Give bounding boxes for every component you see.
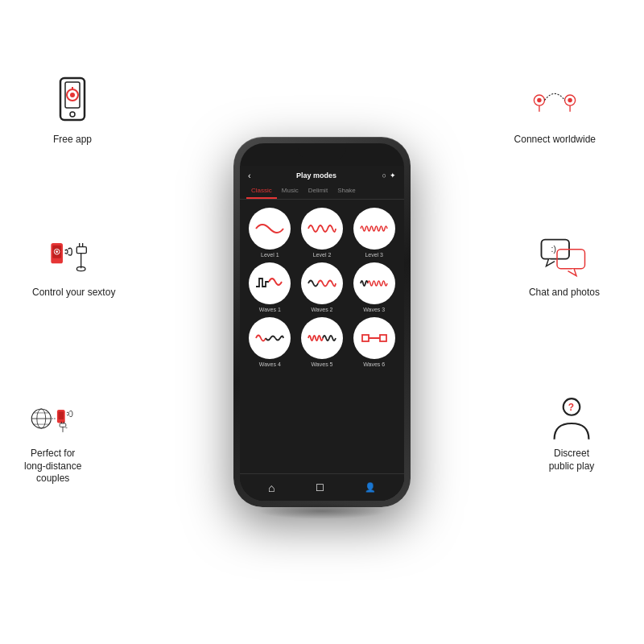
feature-control: Control your sextoy (32, 233, 115, 299)
worldwide-icon (530, 80, 579, 129)
phone-shadow (258, 503, 386, 519)
feature-discreet: ? Discreet public play (547, 394, 596, 473)
mode-circle-waves2 (301, 262, 343, 304)
tab-delimit[interactable]: Delimit (303, 184, 332, 199)
svg-point-31 (568, 98, 572, 102)
profile-nav-icon[interactable]: 👤 (365, 482, 376, 493)
header-icons: ○ ✦ (382, 171, 396, 180)
phone-inner: ‹ Play modes ○ ✦ Classic Music Delimit S… (240, 143, 404, 501)
bluetooth-icon: ✦ (390, 171, 396, 180)
feature-free-app: Free app (48, 80, 97, 147)
svg-rect-24 (362, 335, 369, 341)
mode-label-waves5: Waves 5 (312, 361, 333, 367)
screen-title: Play modes (251, 171, 382, 180)
mode-circle-waves1 (249, 262, 291, 304)
feature-chat: :) Chat and photos (529, 233, 600, 299)
home-nav-icon[interactable]: ⌂ (268, 481, 275, 494)
screen-header: ‹ Play modes ○ ✦ (240, 166, 404, 184)
svg-text::): :) (551, 244, 555, 254)
discreet-icon: ? (547, 394, 596, 443)
longdist-icon: ⌁ (29, 394, 77, 443)
svg-text:?: ? (568, 402, 574, 413)
free-app-icon (48, 80, 97, 129)
feature-longdist: ⌁ Perfect for long-distance couples (24, 394, 81, 485)
mode-waves6[interactable]: Waves 6 (350, 317, 398, 367)
mode-circle-waves6 (353, 317, 395, 359)
control-label: Control your sextoy (32, 287, 115, 299)
mode-circle-waves4 (249, 317, 291, 359)
mode-level3[interactable]: Level 3 (350, 208, 398, 258)
mode-circle-level3 (353, 208, 395, 250)
mode-circle-waves5 (301, 317, 343, 359)
mode-label-level3: Level 3 (365, 252, 383, 258)
mode-label-waves2: Waves 2 (312, 307, 333, 312)
mode-level1[interactable]: Level 1 (246, 208, 294, 258)
mode-level2[interactable]: Level 2 (299, 208, 346, 258)
tab-shake[interactable]: Shake (332, 184, 361, 199)
chat-nav-icon[interactable]: ☐ (316, 482, 324, 493)
phone-notch (298, 143, 346, 159)
svg-rect-0 (60, 78, 85, 120)
modes-grid: Level 1 Level 2 Level 3 (240, 204, 404, 370)
mode-label-level1: Level 1 (261, 252, 279, 258)
mode-waves2[interactable]: Waves 2 (299, 262, 346, 312)
chat-label: Chat and photos (529, 287, 600, 299)
svg-point-3 (70, 93, 75, 97)
svg-point-28 (537, 98, 541, 102)
svg-point-5 (70, 112, 75, 117)
discreet-label: Discreet public play (549, 448, 595, 473)
mode-circle-level2 (301, 208, 343, 250)
mode-circle-waves3 (353, 262, 395, 304)
feature-worldwide: Connect worldwide (514, 80, 596, 147)
svg-rect-10 (76, 247, 86, 254)
mode-label-level2: Level 2 (313, 252, 332, 258)
mode-label-waves1: Waves 1 (259, 307, 281, 312)
phone-outer: ‹ Play modes ○ ✦ Classic Music Delimit S… (233, 137, 411, 507)
phone-device: ‹ Play modes ○ ✦ Classic Music Delimit S… (233, 137, 411, 507)
mode-label-waves3: Waves 3 (363, 307, 385, 312)
svg-rect-20 (58, 411, 64, 419)
control-icon (50, 233, 98, 282)
mode-waves5[interactable]: Waves 5 (299, 317, 346, 367)
worldwide-label: Connect worldwide (514, 134, 596, 147)
free-app-label: Free app (53, 134, 92, 147)
svg-point-9 (56, 250, 58, 253)
tab-music[interactable]: Music (277, 184, 303, 199)
tabs-row: Classic Music Delimit Shake (240, 184, 404, 200)
user-icon: ○ (382, 171, 386, 180)
phone-screen: ‹ Play modes ○ ✦ Classic Music Delimit S… (240, 166, 404, 501)
chat-icon: :) (540, 233, 588, 282)
mode-label-waves4: Waves 4 (259, 361, 281, 367)
tab-classic[interactable]: Classic (246, 184, 277, 199)
svg-rect-26 (380, 335, 386, 341)
mode-label-waves6: Waves 6 (363, 361, 385, 367)
mode-circle-level1 (249, 208, 291, 250)
bottom-nav: ⌂ ☐ 👤 (240, 473, 404, 501)
mode-waves1[interactable]: Waves 1 (246, 262, 294, 312)
mode-waves3[interactable]: Waves 3 (350, 262, 398, 312)
longdist-label: Perfect for long-distance couples (24, 448, 81, 485)
svg-text:⌁: ⌁ (64, 425, 67, 430)
mode-waves4[interactable]: Waves 4 (246, 317, 294, 367)
